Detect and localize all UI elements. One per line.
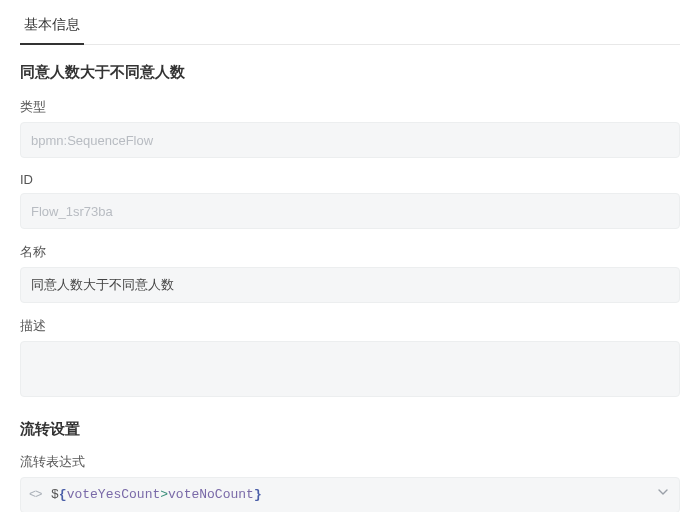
flow-expr-label: 流转表达式 bbox=[20, 453, 680, 471]
field-desc: 描述 bbox=[20, 317, 680, 400]
tab-basic-info[interactable]: 基本信息 bbox=[20, 10, 84, 44]
tabs: 基本信息 bbox=[20, 0, 680, 45]
field-id: ID bbox=[20, 172, 680, 229]
chevron-down-icon[interactable] bbox=[657, 486, 669, 504]
type-input bbox=[20, 122, 680, 158]
field-type: 类型 bbox=[20, 98, 680, 158]
desc-label: 描述 bbox=[20, 317, 680, 335]
field-name: 名称 bbox=[20, 243, 680, 303]
name-label: 名称 bbox=[20, 243, 680, 261]
name-input[interactable] bbox=[20, 267, 680, 303]
field-flow-expr: 流转表达式 <> ${voteYesCount>voteNoCount} bbox=[20, 453, 680, 512]
flow-section-title: 流转设置 bbox=[20, 420, 680, 439]
flow-expr-code: ${voteYesCount>voteNoCount} bbox=[51, 487, 262, 502]
type-label: 类型 bbox=[20, 98, 680, 116]
page-title: 同意人数大于不同意人数 bbox=[20, 63, 680, 82]
flow-expr-input[interactable]: <> ${voteYesCount>voteNoCount} bbox=[20, 477, 680, 512]
desc-input[interactable] bbox=[20, 341, 680, 397]
id-label: ID bbox=[20, 172, 680, 187]
id-input bbox=[20, 193, 680, 229]
code-icon: <> bbox=[29, 487, 41, 504]
